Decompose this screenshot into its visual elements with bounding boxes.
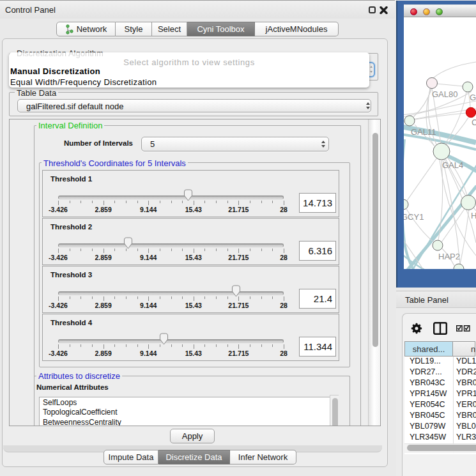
svg-text:C: C (472, 118, 476, 127)
svg-text:G.: G. (470, 93, 476, 102)
svg-text:HAP2: HAP2 (438, 252, 460, 261)
svg-text:GAL4: GAL4 (442, 160, 463, 170)
svg-text:GAL80: GAL80 (432, 89, 457, 99)
svg-text:H: H (471, 211, 476, 220)
svg-text:GCY1: GCY1 (404, 212, 424, 222)
svg-text:GAL11: GAL11 (411, 127, 436, 137)
